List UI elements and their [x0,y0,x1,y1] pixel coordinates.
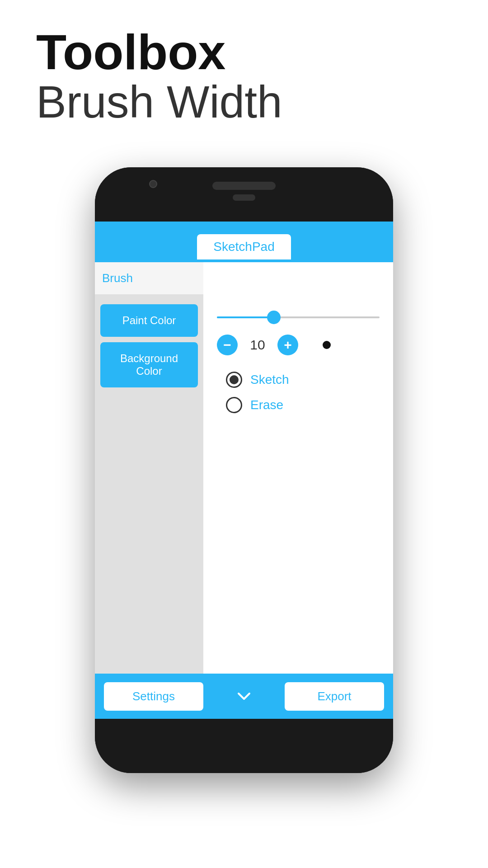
app-toolbar: SketchPad [95,222,393,262]
phone-wrapper: SketchPad Brush Paint Color Background C… [86,158,402,782]
page-title-light: Brush Width [36,77,452,127]
brush-width-slider-section [217,316,380,318]
chevron-down-icon [235,687,253,705]
app-title-tab: SketchPad [197,234,291,259]
brush-preview-dot [323,341,331,349]
bottom-bar: Settings Export [95,674,393,719]
speaker-grille [212,182,276,190]
background-color-button[interactable]: Background Color [100,342,198,387]
phone-frame: SketchPad Brush Paint Color Background C… [95,167,393,773]
erase-radio-label: Erase [250,398,283,412]
mode-radio-section: Sketch Erase [217,372,380,413]
camera-icon [149,180,157,188]
slider-track[interactable] [217,316,380,318]
app-content: Brush Paint Color Background Color [95,262,393,674]
increment-button[interactable]: + [277,335,298,355]
page-title-bold: Toolbox [36,27,452,77]
chevron-down-button[interactable] [230,683,258,710]
paint-color-button[interactable]: Paint Color [100,304,198,337]
slider-fill [217,316,274,318]
bottom-bezel [95,719,393,773]
page-header: Toolbox Brush Width [0,0,488,140]
main-panel: − 10 + Sketch [203,262,393,674]
screen: SketchPad Brush Paint Color Background C… [95,222,393,719]
top-bezel [95,167,393,222]
sketch-radio-outer [226,372,242,388]
erase-radio-item[interactable]: Erase [226,397,380,413]
sketch-radio-label: Sketch [250,373,289,387]
brush-value-display: 10 [249,337,267,353]
sketch-radio-item[interactable]: Sketch [226,372,380,388]
settings-button[interactable]: Settings [104,682,203,711]
erase-radio-outer [226,397,242,413]
sidebar: Brush Paint Color Background Color [95,262,203,674]
face-sensor [233,194,255,201]
export-button[interactable]: Export [285,682,384,711]
slider-thumb[interactable] [267,311,281,324]
decrement-button[interactable]: − [217,335,238,355]
sidebar-brush-label: Brush [95,262,203,294]
value-row: − 10 + [217,335,380,355]
sketch-radio-inner [230,375,239,384]
sidebar-gap [95,294,203,302]
